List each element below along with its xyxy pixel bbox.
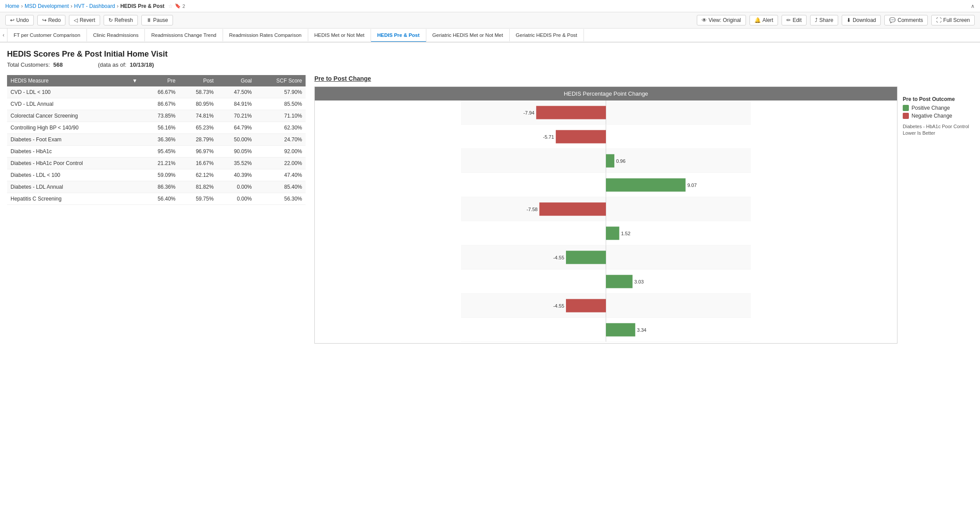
cell-scf: 24.70% — [256, 134, 306, 146]
cell-pre: 66.67% — [141, 86, 179, 98]
cell-goal: 50.00% — [217, 134, 256, 146]
bookmark-count: 2 — [183, 4, 185, 9]
legend-area: Pre to Post Outcome Positive Change Nega… — [903, 75, 973, 344]
svg-text:-4.55: -4.55 — [553, 255, 564, 260]
cell-pre: 73.85% — [141, 110, 179, 122]
alert-icon: 🔔 — [754, 17, 761, 23]
tab-geriatric-hedis-met[interactable]: Geriatric HEDIS Met or Not Met — [426, 29, 510, 41]
svg-text:-7.58: -7.58 — [526, 207, 537, 212]
breadcrumb-msd[interactable]: MSD Development — [25, 3, 69, 9]
cell-measure: Diabetes - LDL < 100 — [7, 169, 129, 181]
cell-pre: 36.36% — [141, 134, 179, 146]
chart-title: Pre to Post Change — [314, 75, 897, 82]
col-measure: HEDIS Measure — [7, 75, 129, 86]
revert-button[interactable]: ◁ Revert — [69, 15, 100, 25]
tab-prev-button[interactable]: ‹ — [0, 29, 7, 42]
svg-rect-37 — [606, 275, 633, 288]
cell-post: 62.12% — [179, 169, 217, 181]
svg-rect-12 — [606, 154, 614, 167]
tab-clinic-readmissions[interactable]: Clinic Readmissions — [87, 29, 145, 41]
tab-readmissions-change-trend[interactable]: Readmissions Change Trend — [145, 29, 223, 41]
svg-text:9.07: 9.07 — [687, 183, 696, 188]
pause-button[interactable]: ⏸ Pause — [141, 15, 173, 25]
fullscreen-button[interactable]: ⛶ Full Screen — [931, 15, 975, 25]
cell-goal: 0.00% — [217, 181, 256, 193]
tab-hedis-met[interactable]: HEDIS Met or Not Met — [308, 29, 371, 41]
cell-empty — [129, 169, 141, 181]
svg-rect-47 — [606, 323, 635, 336]
table-row: Colorectal Cancer Screening 73.85% 74.81… — [7, 110, 306, 122]
star-icon[interactable]: ☆ — [168, 3, 173, 9]
cell-post: 80.95% — [179, 98, 217, 110]
refresh-button[interactable]: ↻ Refresh — [104, 15, 138, 25]
pause-icon: ⏸ — [146, 17, 151, 23]
cell-empty — [129, 158, 141, 169]
redo-icon: ↪ — [42, 17, 47, 23]
cell-empty — [129, 193, 141, 205]
col-goal: Goal — [217, 75, 256, 86]
share-icon: ⤴ — [815, 17, 818, 23]
table-row: Diabetes - Foot Exam 36.36% 28.79% 50.00… — [7, 134, 306, 146]
negative-label: Negative Change — [912, 113, 952, 119]
table-row: CVD - LDL Annual 86.67% 80.95% 84.91% 85… — [7, 98, 306, 110]
breadcrumb-hvt[interactable]: HVT - Dashboard — [74, 3, 115, 9]
table-section: HEDIS Measure ▼ Pre Post Goal SCF Score … — [7, 75, 306, 344]
title-bar-close[interactable]: ∧ — [971, 3, 975, 9]
svg-text:-5.71: -5.71 — [543, 134, 554, 140]
edit-button[interactable]: ✏ Edit — [782, 15, 807, 25]
cell-empty — [129, 110, 141, 122]
cell-measure: Controlling High BP < 140/90 — [7, 122, 129, 134]
cell-post: 59.75% — [179, 193, 217, 205]
cell-scf: 85.40% — [256, 181, 306, 193]
bar-chart: -7.94-5.710.969.07-7.581.52-4.553.03-4.5… — [315, 100, 897, 342]
content-layout: HEDIS Measure ▼ Pre Post Goal SCF Score … — [7, 75, 973, 344]
cell-pre: 86.67% — [141, 98, 179, 110]
breadcrumb-home[interactable]: Home — [5, 3, 19, 9]
col-scf: SCF Score — [256, 75, 306, 86]
cell-measure: Diabetes - HbA1c — [7, 146, 129, 158]
cell-post: 16.67% — [179, 158, 217, 169]
subtitle: Total Customers: 568 (data as of: 10/13/… — [7, 61, 973, 68]
legend-positive: Positive Change — [903, 105, 973, 111]
table-row: CVD - LDL < 100 66.67% 58.73% 47.50% 57.… — [7, 86, 306, 98]
cell-goal: 35.52% — [217, 158, 256, 169]
cell-post: 28.79% — [179, 134, 217, 146]
col-filter[interactable]: ▼ — [129, 75, 141, 86]
download-button[interactable]: ⬇ Download — [842, 15, 881, 25]
positive-label: Positive Change — [912, 105, 950, 111]
cell-empty — [129, 122, 141, 134]
cell-goal: 47.50% — [217, 86, 256, 98]
alert-button[interactable]: 🔔 Alert — [749, 15, 778, 25]
cell-empty — [129, 181, 141, 193]
data-as-of-label: (data as of: — [98, 61, 126, 68]
svg-rect-22 — [539, 202, 606, 215]
chart-and-legend: Pre to Post Change HEDIS Percentage Poin… — [314, 75, 973, 344]
cell-post: 65.23% — [179, 122, 217, 134]
chart-container: HEDIS Percentage Point Change -7.94-5.71… — [314, 86, 897, 344]
svg-rect-7 — [556, 130, 606, 143]
table-row: Diabetes - HbA1c Poor Control 21.21% 16.… — [7, 158, 306, 169]
redo-button[interactable]: ↪ Redo — [37, 15, 66, 25]
undo-icon: ↩ — [10, 17, 14, 23]
tab-ft-per-customer[interactable]: FT per Customer Comparison — [7, 29, 87, 41]
page-title: HEDIS Scores Pre & Post Initial Home Vis… — [7, 50, 973, 59]
toolbar: ↩ Undo ↪ Redo ◁ Revert ↻ Refresh ⏸ Pause… — [0, 12, 980, 29]
view-button[interactable]: 👁 View: Original — [697, 15, 746, 25]
cell-post: 96.97% — [179, 146, 217, 158]
tab-hedis-pre-post[interactable]: HEDIS Pre & Post — [371, 29, 426, 42]
comments-icon: 💬 — [889, 17, 896, 23]
cell-goal: 90.05% — [217, 146, 256, 158]
cell-pre: 56.40% — [141, 193, 179, 205]
cell-measure: Diabetes - Foot Exam — [7, 134, 129, 146]
legend: Pre to Post Outcome Positive Change Nega… — [903, 96, 973, 119]
table-row: Diabetes - HbA1c 95.45% 96.97% 90.05% 92… — [7, 146, 306, 158]
comments-button[interactable]: 💬 Comments — [884, 15, 928, 25]
tab-readmission-rates[interactable]: Readmission Rates Comparison — [223, 29, 308, 41]
tab-geriatric-hedis-pre-post[interactable]: Geriatric HEDIS Pre & Post — [510, 29, 584, 41]
cell-goal: 0.00% — [217, 193, 256, 205]
undo-button[interactable]: ↩ Undo — [5, 15, 34, 25]
cell-goal: 64.79% — [217, 122, 256, 134]
share-button[interactable]: ⤴ Share — [810, 15, 838, 25]
cell-pre: 86.36% — [141, 181, 179, 193]
cell-measure: CVD - LDL Annual — [7, 98, 129, 110]
